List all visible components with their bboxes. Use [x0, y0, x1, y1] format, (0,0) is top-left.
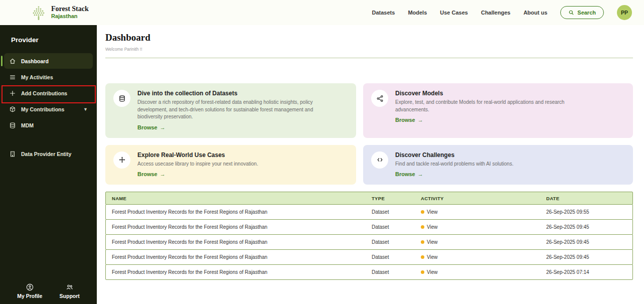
table-row[interactable]: Forest Product Inventory Records for the… — [105, 219, 633, 235]
table-row[interactable]: Forest Product Inventory Records for the… — [105, 249, 633, 265]
brand-subtitle: Rajasthan — [51, 13, 89, 20]
sidebar-item-data-provider-entity[interactable]: Data Provider Entity — [4, 146, 93, 162]
cell-date: 26-Sep-2025 09:45 — [546, 239, 626, 245]
card-challenges: Discover Challenges Find and tackle real… — [363, 145, 633, 185]
card-body: Discover Challenges Find and tackle real… — [395, 151, 514, 179]
database-icon — [9, 122, 16, 129]
search-button[interactable]: Search — [560, 6, 604, 19]
page-title: Dashboard — [105, 32, 633, 43]
use-cases-icon — [113, 151, 130, 169]
sidebar-item-my-contributions[interactable]: My Contributions ▼ — [4, 101, 93, 117]
table-row[interactable]: Forest Product Inventory Records for the… — [105, 234, 633, 250]
chevron-down-icon: ▼ — [83, 107, 88, 112]
plus-icon — [9, 90, 16, 97]
card-description: Explore, test, and contribute Models for… — [395, 99, 596, 113]
main-content: Dashboard Welcome Parinith !! Dive into … — [97, 25, 644, 304]
arrow-right-icon: → — [160, 124, 166, 130]
support-button[interactable]: Support — [60, 283, 80, 299]
nav-use-cases[interactable]: Use Cases — [440, 10, 468, 16]
forest-stack-logo-icon — [30, 4, 47, 21]
cell-activity: View — [421, 239, 546, 245]
sidebar-title: Provider — [0, 25, 97, 53]
browse-label: Browse — [137, 124, 157, 130]
activity-label: View — [427, 209, 438, 215]
sidebar-item-add-contributions[interactable]: Add Contributions — [4, 85, 93, 101]
nav-datasets[interactable]: Datasets — [372, 10, 395, 16]
browse-label: Browse — [137, 171, 157, 177]
cell-activity: View — [421, 209, 546, 215]
activity-label: View — [427, 239, 438, 245]
brand-title: Forest Stack — [51, 5, 89, 13]
arrow-right-icon: → — [418, 171, 423, 177]
sidebar-item-label: Dashboard — [21, 58, 49, 64]
activity-label: View — [427, 254, 438, 260]
my-profile-button[interactable]: My Profile — [17, 283, 42, 299]
recent-activity-table: NAME TYPE ACTIVITY DATE Forest Product I… — [105, 192, 633, 280]
card-description: Discover a rich repository of forest-rel… — [137, 99, 338, 121]
search-button-label: Search — [577, 10, 596, 16]
sidebar: Provider Dashboard My Activities Add Con… — [0, 25, 97, 304]
sidebar-item-mdm[interactable]: MDM — [4, 117, 93, 133]
cell-name: Forest Product Inventory Records for the… — [112, 254, 372, 260]
card-models: Discover Models Explore, test, and contr… — [363, 83, 633, 138]
activity-dot-icon — [421, 240, 424, 244]
list-icon — [9, 74, 16, 81]
sidebar-item-label: MDM — [21, 122, 34, 128]
card-title: Discover Models — [395, 90, 596, 97]
sidebar-item-label: My Contributions — [21, 106, 64, 112]
top-nav: Datasets Models Use Cases Challenges Abo… — [372, 5, 632, 20]
browse-models-link[interactable]: Browse → — [395, 117, 423, 123]
people-icon — [66, 283, 73, 291]
challenges-icon — [371, 151, 388, 169]
browse-challenges-link[interactable]: Browse → — [395, 171, 423, 177]
browse-label: Browse — [395, 171, 415, 177]
card-use-cases: Explore Real-World Use Cases Access usec… — [105, 145, 356, 185]
nav-challenges[interactable]: Challenges — [481, 10, 511, 16]
card-title: Discover Challenges — [395, 151, 514, 159]
browse-use-cases-link[interactable]: Browse → — [137, 171, 166, 177]
card-body: Discover Models Explore, test, and contr… — [395, 90, 596, 131]
table-header-row: NAME TYPE ACTIVITY DATE — [105, 192, 633, 205]
cell-activity: View — [421, 254, 546, 260]
table-row[interactable]: Forest Product Inventory Records for the… — [105, 264, 633, 280]
activity-dot-icon — [421, 270, 424, 274]
models-icon — [371, 90, 388, 107]
card-body: Dive into the collection of Datasets Dis… — [137, 90, 338, 131]
cell-name: Forest Product Inventory Records for the… — [112, 209, 372, 215]
card-title: Explore Real-World Use Cases — [137, 151, 258, 159]
activity-dot-icon — [421, 255, 424, 259]
brand[interactable]: Forest Stack Rajasthan — [30, 4, 89, 21]
card-description: Access usecase library to inspire your n… — [137, 161, 258, 168]
card-title: Dive into the collection of Datasets — [137, 90, 338, 97]
sidebar-item-my-activities[interactable]: My Activities — [4, 69, 93, 85]
nav-models[interactable]: Models — [408, 10, 427, 16]
divider — [105, 58, 633, 58]
activity-label: View — [427, 269, 438, 275]
cell-activity: View — [421, 269, 546, 275]
sidebar-item-dashboard[interactable]: Dashboard — [4, 53, 93, 69]
table-row[interactable]: Forest Product Inventory Records for the… — [105, 204, 633, 220]
activity-dot-icon — [421, 210, 424, 214]
browse-datasets-link[interactable]: Browse → — [137, 124, 166, 130]
cell-type: Dataset — [372, 239, 421, 245]
datasets-icon — [113, 90, 130, 107]
column-header-date: DATE — [546, 196, 626, 201]
cell-date: 26-Sep-2025 09:55 — [546, 209, 626, 215]
cell-name: Forest Product Inventory Records for the… — [112, 239, 372, 245]
cell-type: Dataset — [372, 224, 421, 230]
search-icon — [568, 10, 574, 16]
cube-icon — [9, 106, 16, 113]
card-description: Find and tackle real-world problems with… — [395, 161, 514, 168]
column-header-name: NAME — [112, 196, 372, 201]
arrow-right-icon: → — [160, 171, 166, 177]
activity-dot-icon — [421, 225, 424, 229]
sidebar-item-label: Add Contributions — [21, 90, 67, 96]
column-header-type: TYPE — [372, 196, 421, 201]
support-label: Support — [60, 293, 80, 299]
nav-about-us[interactable]: About us — [524, 10, 548, 16]
cell-date: 26-Sep-2025 07:14 — [546, 269, 626, 275]
cell-type: Dataset — [372, 269, 421, 275]
home-icon — [9, 58, 16, 65]
building-icon — [9, 150, 16, 158]
avatar[interactable]: PP — [617, 5, 632, 20]
